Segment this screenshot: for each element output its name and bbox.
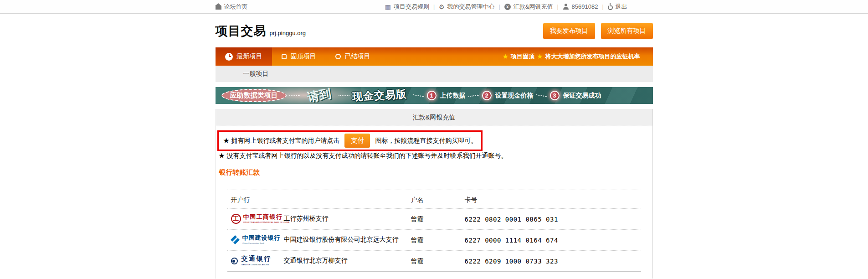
transfer-note: ★ 没有支付宝或者网上银行的以及没有支付成功的请转账至我们的下述账号并及时联系我… <box>219 152 652 160</box>
table-header-row: 开户行 户名 卡号 <box>227 190 641 208</box>
table-row: 中国建设银行 China Construction Bank 中国建设银行股份有… <box>227 229 641 250</box>
bank-name-en: China Construction Bank <box>242 242 266 244</box>
bank-name-en: INDUSTRIAL AND COMMERCIAL BANK OF CHINA <box>243 221 289 223</box>
table-bottom-divider <box>227 271 641 272</box>
sub-navigation: 一般项目 <box>216 66 653 82</box>
top-navigation-bar: 论坛首页 ▦ 项目交易规则 | ⚙ 我的交易管理中心 | ¥ 汇款&网银充值 |… <box>0 0 868 14</box>
step-number-badge: 2 <box>482 91 492 100</box>
pay-button[interactable]: 支付 <box>344 134 370 148</box>
ccb-emblem-icon <box>231 236 240 245</box>
ccb-logo: 中国建设银行 China Construction Bank <box>231 235 277 245</box>
publish-project-button[interactable]: 我要发布项目 <box>543 23 595 39</box>
manage-center-link[interactable]: ⚙ 我的交易管理中心 <box>439 3 495 11</box>
banner-step-2: 2 设置现金价格 <box>482 91 534 100</box>
column-header-card: 卡号 <box>465 196 596 204</box>
banner-cash-version: 现金交易版 <box>352 87 407 104</box>
account-name: 曾霞 <box>411 236 465 244</box>
forum-home-link[interactable]: 论坛首页 <box>216 3 248 11</box>
divider: | <box>602 4 603 10</box>
home-icon <box>216 6 221 10</box>
step-number-badge: 3 <box>550 91 560 100</box>
table-row: 工 中国工商银行 INDUSTRIAL AND COMMERCIAL BANK … <box>227 208 641 229</box>
logout-label: 退出 <box>616 3 627 11</box>
bank-name-en: BANK OF COMMUNICATIONS <box>241 264 269 266</box>
bocom-emblem-icon <box>231 258 238 264</box>
manage-center-label: 我的交易管理中心 <box>447 3 495 11</box>
page-title: 项目交易 <box>216 23 267 39</box>
recharge-panel: 汇款&网银充值 ★ 拥有网上银行或者支付宝的用户请点击 支付 图标，按照流程直接… <box>216 109 653 279</box>
tab-label: 固顶项目 <box>291 52 316 61</box>
divider: | <box>499 4 500 10</box>
yen-circle-icon: ¥ <box>504 4 511 10</box>
tab-label: 已结项目 <box>345 52 370 61</box>
circle-outline-icon <box>335 54 341 59</box>
icbc-logo: 工 中国工商银行 INDUSTRIAL AND COMMERCIAL BANK … <box>231 214 277 224</box>
gear-icon: ⚙ <box>439 4 445 10</box>
grid-icon: ▦ <box>385 4 391 10</box>
payment-instruction-box: ★ 拥有网上银行或者支付宝的用户请点击 支付 图标，按照流程直接支付购买即可。 <box>217 130 483 151</box>
step-label: 保证交易成功 <box>563 92 601 100</box>
user-id-label: 85691082 <box>572 3 598 10</box>
column-header-account: 户名 <box>411 196 465 204</box>
dotted-connector <box>468 94 479 97</box>
project-tabs-bar: 最新项目 固顶项目 已结项目 ★ 项目固顶 ★ 将大大增加您所发布项目的应征机率 <box>216 47 653 66</box>
account-name: 曾霞 <box>411 257 465 265</box>
step-number-badge: 1 <box>427 91 437 100</box>
step-label: 上传数据 <box>440 92 466 100</box>
dotted-connector <box>413 94 424 97</box>
bocom-logo: 交通银行 BANK OF COMMUNICATIONS <box>231 255 277 266</box>
bank-name-cn: 交通银行 <box>241 255 286 263</box>
browse-all-projects-button[interactable]: 浏览所有项目 <box>601 23 653 39</box>
trade-rules-label: 项目交易规则 <box>394 3 429 11</box>
tab-pinned-projects[interactable]: 固顶项目 <box>272 47 326 66</box>
banner-badge: 应助数据类项目 <box>221 89 287 102</box>
forum-home-label: 论坛首页 <box>224 3 248 11</box>
banner-steps: 1 上传数据 2 设置现金价格 3 保证交易成功 <box>411 91 601 100</box>
cash-version-promo-banner[interactable]: 应助数据类项目 请到 现金交易版 1 上传数据 2 设置现金价格 3 保证交易成… <box>216 87 653 104</box>
banner-step-3: 3 保证交易成功 <box>550 91 601 100</box>
page-header: 项目交易 prj.pinggu.org 我要发布项目 浏览所有项目 <box>216 14 653 47</box>
pin-promo-text: ★ 项目固顶 ★ 将大大增加您所发布项目的应征机率 <box>503 47 653 66</box>
divider: | <box>433 4 435 10</box>
power-icon <box>608 5 613 10</box>
table-row: 交通银行 BANK OF COMMUNICATIONS 交通银行北京万柳支行 曾… <box>227 250 641 271</box>
logout-link[interactable]: 退出 <box>608 3 627 11</box>
dotted-connector <box>289 95 300 96</box>
tab-closed-projects[interactable]: 已结项目 <box>326 47 380 66</box>
section-header: 汇款&网银充值 <box>216 109 652 126</box>
section-title: 汇款&网银充值 <box>413 114 455 122</box>
branch-name: 交通银行北京万柳支行 <box>284 257 348 265</box>
main-content: 项目交易 prj.pinggu.org 我要发布项目 浏览所有项目 最新项目 固… <box>216 14 653 279</box>
card-number: 6222 6209 1000 0733 323 <box>465 258 596 265</box>
dotted-connector <box>339 95 349 96</box>
bank-accounts-table: 开户行 户名 卡号 工 中国工商银行 INDUSTRIAL AND COMMER… <box>227 190 641 272</box>
banner-callout: 请到 <box>306 87 332 104</box>
instruction-suffix: 图标，按照流程直接支付购买即可。 <box>375 137 477 145</box>
account-name: 曾霞 <box>411 215 465 223</box>
card-number: 6227 0000 1114 0164 674 <box>465 237 596 244</box>
dotted-connector <box>536 94 547 97</box>
site-domain: prj.pinggu.org <box>270 30 306 36</box>
column-header-bank: 开户行 <box>227 196 411 204</box>
card-number: 6222 0802 0001 0865 031 <box>465 216 596 223</box>
subnav-general-projects[interactable]: 一般项目 <box>243 70 269 78</box>
branch-name: 中国建设银行股份有限公司北京远大支行 <box>284 236 399 244</box>
user-account-link[interactable]: 85691082 <box>563 3 598 10</box>
branch-name: 工行苏州桥支行 <box>284 215 329 223</box>
promo-message: 将大大增加您所发布项目的应征机率 <box>545 52 640 61</box>
square-outline-icon <box>282 54 287 59</box>
step-label: 设置现金价格 <box>495 92 534 100</box>
divider: | <box>557 4 558 10</box>
promo-highlight: 项目固顶 <box>511 52 534 61</box>
icbc-emblem-icon: 工 <box>231 214 241 224</box>
recharge-link[interactable]: ¥ 汇款&网银充值 <box>504 3 553 11</box>
banner-step-1: 1 上传数据 <box>427 91 466 100</box>
trade-rules-link[interactable]: ▦ 项目交易规则 <box>385 3 429 11</box>
bank-transfer-title: 银行转账汇款 <box>219 168 652 177</box>
tab-label: 最新项目 <box>237 52 262 61</box>
topbar-menu: ▦ 项目交易规则 | ⚙ 我的交易管理中心 | ¥ 汇款&网银充值 | 8569… <box>385 3 627 11</box>
bank-name-cn: 中国建设银行 <box>242 235 281 242</box>
recharge-label: 汇款&网银充值 <box>514 3 553 11</box>
tab-latest-projects[interactable]: 最新项目 <box>216 47 272 66</box>
star-icon: ★ <box>503 52 508 61</box>
